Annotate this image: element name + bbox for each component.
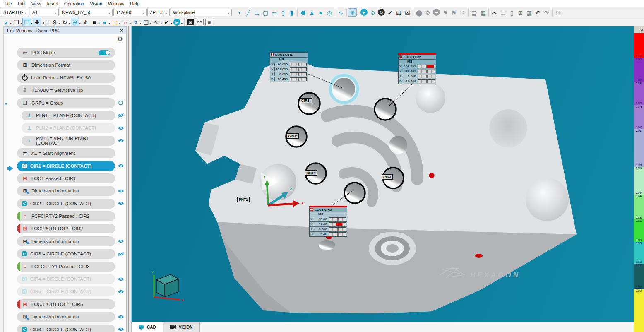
command-pill[interactable]: ❏GRP1 = Group (17, 98, 115, 108)
command-item-pln2-plane[interactable]: ⊥PLN2 = PLANE (CONTACT) (17, 123, 126, 133)
command-item-cir2-circle[interactable]: CIR2 = CIRCLE (CONTACT) (17, 199, 126, 209)
command-item-cir5-circle[interactable]: CIR5 = CIRCLE (CONTACT) (17, 286, 126, 296)
command-pill[interactable]: Load Probe - NEW5_BY_50 (17, 73, 115, 83)
probe-position-icon[interactable]: ⊕ (71, 18, 79, 26)
command-item-a1-start-alignment[interactable]: ⇄A1 = Start Alignment (17, 148, 126, 158)
eye-off-icon[interactable] (115, 252, 126, 256)
line-icon[interactable]: ╱ (244, 8, 252, 17)
command-item-cir3-circle[interactable]: CIR3 = CIRCLE (CONTACT) (17, 249, 126, 259)
dropdown-arrow-icon[interactable]: ▾ (181, 22, 183, 25)
comment-icon[interactable]: ▭ (41, 18, 50, 26)
settings-gears-icon[interactable]: ⚙ (50, 18, 59, 26)
camera-icon[interactable]: ◉ (187, 19, 194, 25)
command-pill[interactable]: !T1A0B0 = Set Active Tip (17, 85, 115, 95)
feature-tag-cir7[interactable]: CIR7* (286, 133, 299, 139)
command-pill[interactable]: ⇄A1 = Start Alignment (17, 148, 115, 158)
command-pill[interactable]: ⊞LOC1 Passed : CIR1 (17, 173, 115, 183)
command-item-pln1-plane[interactable]: ⊥PLN1 = PLANE (CONTACT) (17, 111, 126, 120)
command-pill[interactable]: ↦DCC Mode (17, 48, 115, 58)
eye-icon[interactable] (115, 315, 126, 319)
loc3-cir5-label[interactable]: LOC3 CIR5MSX80.00Y17.00Z0.000D16.40 (309, 206, 347, 237)
command-pill[interactable]: ⊞Dimension Format (17, 60, 115, 70)
auto-feature-icon[interactable]: ✳ (348, 8, 357, 17)
execute-from-icon[interactable]: ⊙ (368, 8, 377, 17)
selected-circle-cir1[interactable] (329, 74, 359, 104)
copy-pattern-icon[interactable]: ❏ (142, 18, 150, 26)
tab-cad[interactable]: CAD (132, 322, 163, 332)
command-item-loc1-dimension[interactable]: ⊞LOC1 Passed : CIR1 (17, 173, 126, 183)
close-icon[interactable]: × (641, 28, 643, 32)
shaded-view-icon[interactable]: ❒ (22, 18, 31, 26)
command-pill[interactable]: ○FCFCIRTY1 Passed : CIR3 (17, 262, 115, 272)
command-pill[interactable]: CIR6 = CIRCLE (CONTACT) (17, 325, 115, 332)
sphere-icon[interactable]: ● (316, 8, 325, 17)
undo-icon[interactable]: ↶ (533, 8, 542, 17)
execute-icon[interactable]: ▶ (360, 9, 368, 16)
eye-icon[interactable] (115, 126, 126, 130)
probe-toggle-icon[interactable]: ◕ (2, 18, 10, 26)
pan-icon[interactable]: ✚ (33, 18, 41, 26)
dropdown-a1[interactable]: A1⌄ (30, 9, 59, 16)
curve-icon[interactable]: ∿ (336, 8, 345, 17)
round-slot-icon[interactable]: ▭ (270, 8, 279, 17)
command-item-dimension-information-1[interactable]: ⊞Dimension Information (17, 186, 126, 196)
command-item-loc3-dimension[interactable]: ⊞LOC3 *OUTTOL* : CIR5 (17, 299, 126, 309)
gear-icon[interactable]: ⚙ (118, 36, 123, 43)
probe-path-icon[interactable]: ↖ (152, 18, 161, 26)
eye-icon[interactable] (115, 138, 126, 143)
command-pill[interactable]: CIR2 = CIRCLE (CONTACT) (17, 199, 115, 209)
eye-icon[interactable] (115, 239, 126, 243)
eye-icon[interactable] (115, 327, 126, 332)
rectangle-icon[interactable]: ▮ (287, 8, 296, 17)
feature-tag-cir8[interactable]: CIR8* (300, 98, 312, 103)
command-pill[interactable]: ⊞LOC3 *OUTTOL* : CIR5 (17, 299, 115, 309)
command-pill[interactable]: ↕PNT1 = VECTOR POINT (CONTAC (22, 136, 115, 146)
eye-icon[interactable] (115, 189, 126, 193)
continue-icon[interactable]: ➔ (433, 9, 440, 16)
confirm-icon[interactable]: ✔ (386, 8, 394, 17)
command-pill[interactable]: ⊥PLN1 = PLANE (CONTACT) (22, 111, 115, 120)
menu-view[interactable]: View (29, 1, 44, 6)
close-icon[interactable]: × (120, 28, 123, 34)
eye-icon[interactable] (115, 164, 126, 168)
run-icon[interactable]: ▶ (173, 19, 180, 26)
dropdown-new5-by-50[interactable]: NEW5_BY_50⌄ (60, 9, 113, 16)
command-pill[interactable]: ○FCFCIRTY2 Passed : CIR2 (17, 211, 115, 221)
feature-tag-pnt1[interactable]: PNT1 (237, 197, 250, 202)
rotate-icon[interactable]: ↻ (60, 18, 69, 26)
paste-icon[interactable]: ▯ (507, 8, 516, 17)
paste-special-icon[interactable]: ⊞ (516, 8, 525, 17)
redo-icon[interactable]: ↷ (542, 8, 551, 17)
edit-window-titlebar[interactable]: Edit Window - Demo.PRG × (4, 26, 126, 34)
loc1-cir1-label[interactable]: LOC1 CIR1MSX80.000Y101.000Z0.000D16.400 (270, 52, 308, 82)
menu-file[interactable]: File (2, 1, 15, 6)
command-item-fcfcirty2-dimension[interactable]: ○FCFCIRTY2 Passed : CIR2 (17, 211, 126, 221)
command-pill[interactable]: ⊞Dimension Information (17, 236, 115, 246)
report-list-icon[interactable]: ▤ (470, 8, 478, 17)
dcc-mode-toggle[interactable] (99, 50, 110, 55)
torus-icon[interactable]: ◎ (325, 8, 334, 17)
command-item-dimension-information-3[interactable]: ⊞Dimension Information (17, 312, 126, 322)
report-graph-icon[interactable]: ▦ (205, 19, 213, 25)
menu-edit[interactable]: Edit (15, 1, 29, 6)
command-item-dimension-information-2[interactable]: ⊞Dimension Information (17, 236, 126, 246)
command-item-grp1-group[interactable]: ❏GRP1 = Group (17, 98, 126, 108)
command-item-load-probe[interactable]: Load Probe - NEW5_BY_50 (17, 73, 126, 83)
command-item-fcfcirty1-dimension[interactable]: ○FCFCIRTY1 Passed : CIR3 (17, 262, 126, 272)
command-pill[interactable]: ⊥PLN2 = PLANE (CONTACT) (22, 123, 115, 133)
dropdown-workplane[interactable]: Workplane⌄ (171, 9, 232, 16)
stop-disabled-icon[interactable]: ⊘ (423, 8, 432, 17)
point-icon[interactable]: • (235, 8, 244, 17)
eye-off-icon[interactable] (115, 113, 126, 118)
eye-icon[interactable] (115, 289, 126, 294)
dropdown-t1a0b0[interactable]: T1A0B0⌄ (113, 9, 147, 16)
menu-insert[interactable]: Insert (44, 1, 61, 6)
bookmark-clear-icon[interactable]: ⚐ (458, 8, 467, 17)
menu-vision[interactable]: Vision (87, 1, 105, 6)
circle-icon[interactable]: ▢ (261, 8, 270, 17)
bookmark-down-icon[interactable]: ⚑ (449, 8, 458, 17)
plane-icon[interactable]: ⊥ (252, 8, 261, 17)
cylinder-icon[interactable]: ⬢ (299, 8, 308, 17)
quick-feature-icon[interactable]: ↯ (131, 18, 140, 26)
command-item-cir4-circle[interactable]: CIR4 = CIRCLE (CONTACT) (17, 274, 126, 284)
